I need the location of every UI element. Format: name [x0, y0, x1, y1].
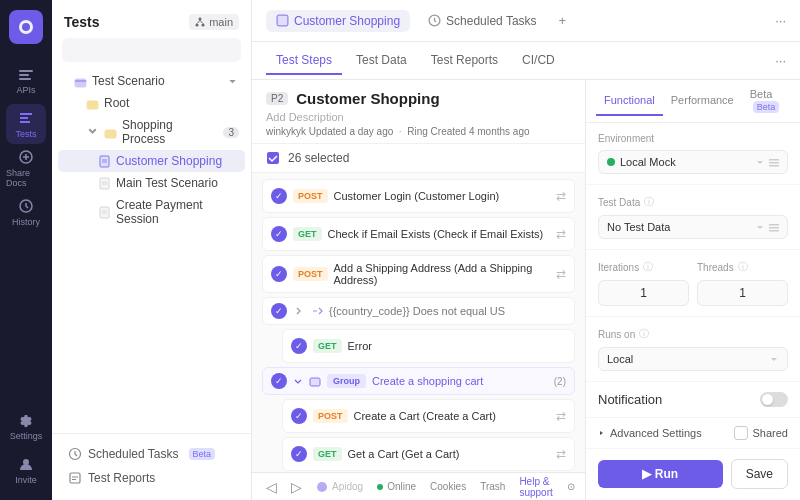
- run-button[interactable]: ▶ Run: [598, 460, 723, 488]
- svg-rect-35: [310, 378, 320, 386]
- tree-item-scenario[interactable]: Test Scenario: [58, 70, 245, 92]
- right-tab-beta[interactable]: Beta Beta: [742, 80, 790, 122]
- svg-rect-22: [100, 178, 109, 189]
- tree-customer-shopping-label: Customer Shopping: [116, 154, 222, 168]
- doc-icon: [98, 155, 111, 168]
- help-link[interactable]: Help & support: [519, 476, 552, 498]
- test-reports-label: Test Reports: [88, 471, 155, 485]
- shared-checkbox[interactable]: [734, 426, 748, 440]
- sidebar: APIs Tests Share Docs History Settings I…: [0, 0, 52, 500]
- step-check-email[interactable]: ✓ GET Check if Email Exists (Check if Em…: [262, 217, 575, 251]
- meta-author: winkykyk: [266, 126, 306, 137]
- sidebar-item-apis[interactable]: APIs: [6, 60, 46, 100]
- steps-title-row: P2 Customer Shopping: [266, 90, 571, 107]
- tree-item-shopping-process[interactable]: Shopping Process 3: [58, 114, 245, 150]
- menu-icon-2: [769, 222, 779, 232]
- trash-link[interactable]: Trash: [480, 481, 505, 492]
- svg-rect-17: [87, 101, 98, 109]
- step-get-cart[interactable]: ✓ GET Get a Cart (Get a Cart) ⇄: [282, 437, 575, 471]
- steps-list: ✓ POST Customer Login (Customer Login) ⇄…: [252, 173, 585, 472]
- advanced-settings-row: Advanced Settings Shared: [586, 418, 800, 449]
- if-icon: [311, 305, 323, 317]
- method-get-1: GET: [293, 227, 322, 241]
- notification-toggle[interactable]: [760, 392, 788, 407]
- method-post-1: POST: [293, 189, 328, 203]
- nav-branch[interactable]: main: [189, 14, 239, 30]
- step-condition[interactable]: ✓ {{country_code}} Does not equal US: [262, 297, 575, 325]
- iterations-input[interactable]: 1: [598, 280, 689, 306]
- beta-tag: Beta: [753, 101, 780, 113]
- step-check-4: ✓: [271, 303, 287, 319]
- subtab-test-steps[interactable]: Test Steps: [266, 47, 342, 75]
- add-tab-button[interactable]: +: [559, 13, 567, 28]
- step-check-5: ✓: [291, 338, 307, 354]
- runs-on-select[interactable]: Local: [598, 347, 788, 371]
- sidebar-item-history[interactable]: History: [6, 192, 46, 232]
- tab-customer-shopping[interactable]: Customer Shopping: [266, 10, 410, 32]
- sidebar-item-share-docs[interactable]: Share Docs: [6, 148, 46, 188]
- more-tabs-button[interactable]: ···: [775, 13, 786, 28]
- test-data-info-icon: ⓘ: [644, 195, 654, 209]
- chevron-down-icon-2: [755, 222, 765, 232]
- advanced-settings-label[interactable]: Advanced Settings: [598, 427, 702, 439]
- step-check-1: ✓: [271, 188, 287, 204]
- environment-value: Local Mock: [620, 156, 676, 168]
- tree-shopping-label: Shopping Process: [122, 118, 218, 146]
- nav-search-bar[interactable]: [62, 38, 241, 62]
- svg-point-1: [22, 23, 30, 31]
- tab-doc-icon: [276, 14, 289, 27]
- tree-item-create-payment[interactable]: Create Payment Session: [58, 194, 245, 230]
- right-tab-performance[interactable]: Performance: [663, 86, 742, 116]
- sidebar-item-tests[interactable]: Tests: [6, 104, 46, 144]
- condition-text: {{country_code}} Does not equal US: [329, 305, 566, 317]
- back-button[interactable]: ◁: [266, 479, 277, 495]
- save-button[interactable]: Save: [731, 459, 788, 489]
- step-customer-login[interactable]: ✓ POST Customer Login (Customer Login) ⇄: [262, 179, 575, 213]
- step-add-shipping[interactable]: ✓ POST Add a Shipping Address (Add a Shi…: [262, 255, 575, 293]
- subtab-cicd[interactable]: CI/CD: [512, 47, 565, 75]
- right-panel: Functional Performance Beta Beta Environ…: [585, 80, 800, 500]
- sub-tabs-more[interactable]: ···: [775, 53, 786, 68]
- notification-label: Notification: [598, 392, 662, 407]
- add-description[interactable]: Add Description: [266, 111, 571, 123]
- chevron-icon: [226, 75, 239, 88]
- subtab-test-reports[interactable]: Test Reports: [421, 47, 508, 75]
- iterations-label: Iterations ⓘ: [598, 260, 689, 274]
- tab-scheduled-tasks[interactable]: Scheduled Tasks: [418, 10, 547, 32]
- svg-rect-25: [100, 207, 109, 218]
- runs-on-chevron: [769, 354, 779, 364]
- meta-created: Created 4 months ago: [431, 126, 530, 137]
- svg-point-9: [196, 24, 199, 27]
- svg-rect-34: [267, 152, 279, 164]
- cookies-link[interactable]: Cookies: [430, 481, 466, 492]
- step-name-8: Get a Cart (Get a Cart): [348, 448, 550, 460]
- nav-header: Tests main: [52, 10, 251, 38]
- sidebar-item-settings[interactable]: Settings: [6, 406, 46, 446]
- step-name-7: Create a Cart (Create a Cart): [354, 410, 550, 422]
- right-tab-functional[interactable]: Functional: [596, 86, 663, 116]
- settings-link[interactable]: ⊙: [567, 481, 575, 492]
- test-data-select[interactable]: No Test Data: [598, 215, 788, 239]
- nav-scheduled-tasks[interactable]: Scheduled Tasks Beta: [62, 442, 241, 466]
- tree-item-main-scenario[interactable]: Main Test Scenario: [58, 172, 245, 194]
- threads-input[interactable]: 1: [697, 280, 788, 306]
- subtab-test-data[interactable]: Test Data: [346, 47, 417, 75]
- step-group-cart[interactable]: ✓ Group Create a shopping cart (2): [262, 367, 575, 395]
- step-error[interactable]: ✓ GET Error: [282, 329, 575, 363]
- search-input[interactable]: [76, 43, 226, 57]
- forward-button[interactable]: ▷: [291, 479, 302, 495]
- environment-select[interactable]: Local Mock: [598, 150, 788, 174]
- step-check-3: ✓: [271, 266, 287, 282]
- svg-rect-3: [19, 74, 29, 76]
- step-create-cart[interactable]: ✓ POST Create a Cart (Create a Cart) ⇄: [282, 399, 575, 433]
- tree-scenario-label: Test Scenario: [92, 74, 165, 88]
- nav-test-reports[interactable]: Test Reports: [62, 466, 241, 490]
- folder-open-icon: [86, 97, 99, 110]
- steps-toolbar: 26 selected: [252, 144, 585, 173]
- sidebar-item-invite[interactable]: Invite: [6, 450, 46, 490]
- runs-on-section: Runs on ⓘ Local: [586, 317, 800, 382]
- tree-item-root[interactable]: Root: [58, 92, 245, 114]
- top-bar: Customer Shopping Scheduled Tasks + ···: [252, 0, 800, 42]
- tree-item-customer-shopping[interactable]: Customer Shopping: [58, 150, 245, 172]
- notification-row: Notification: [598, 392, 788, 407]
